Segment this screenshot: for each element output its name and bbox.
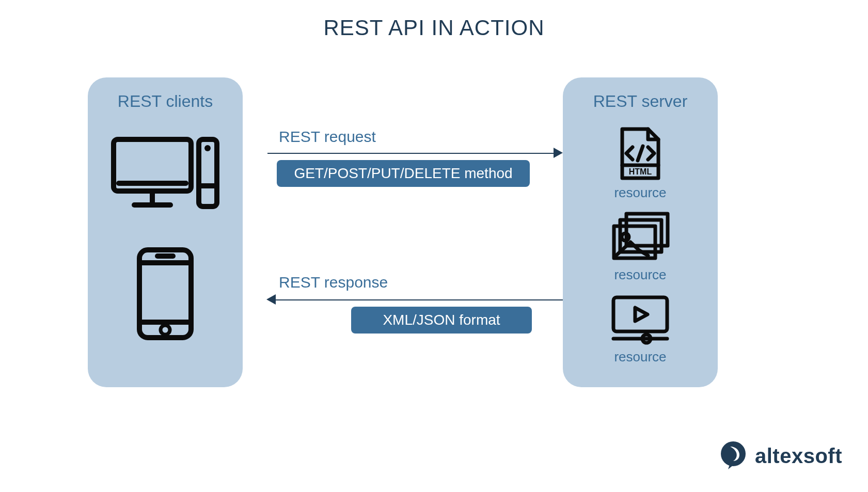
response-arrow-head-icon	[266, 294, 276, 305]
svg-marker-20	[635, 308, 648, 321]
diagram-title: REST API IN ACTION	[0, 15, 868, 40]
response-arrow-line	[274, 299, 563, 300]
brand-logo: altexsoft	[719, 440, 842, 471]
svg-text:HTML: HTML	[629, 167, 652, 176]
brand-name: altexsoft	[755, 445, 842, 468]
clients-panel-title: REST clients	[88, 92, 243, 111]
smartphone-icon	[137, 247, 194, 342]
video-icon	[609, 293, 671, 347]
clients-panel: REST clients	[88, 77, 243, 387]
resource-video: resource	[609, 293, 671, 365]
resource-html: HTML resource	[614, 126, 666, 201]
response-badge: XML/JSON format	[351, 307, 532, 334]
request-arrow-line	[267, 153, 557, 154]
html-file-icon: HTML	[617, 126, 664, 183]
request-badge: GET/POST/PUT/DELETE method	[277, 160, 530, 187]
resource-label: resource	[614, 185, 666, 201]
svg-point-6	[204, 145, 211, 151]
request-label: REST request	[279, 128, 376, 146]
resource-label: resource	[614, 349, 666, 365]
request-arrow-head-icon	[554, 148, 563, 158]
server-panel-title: REST server	[563, 92, 718, 111]
svg-rect-19	[613, 297, 667, 331]
desktop-icon	[111, 137, 219, 216]
svg-line-13	[638, 146, 643, 161]
altexsoft-mark-icon	[719, 440, 748, 471]
image-stack-icon	[611, 211, 670, 265]
resource-label: resource	[614, 267, 666, 283]
response-label: REST response	[279, 274, 388, 291]
server-panel: REST server HTML	[563, 77, 718, 387]
svg-point-11	[161, 325, 170, 335]
resource-image: resource	[611, 211, 670, 283]
